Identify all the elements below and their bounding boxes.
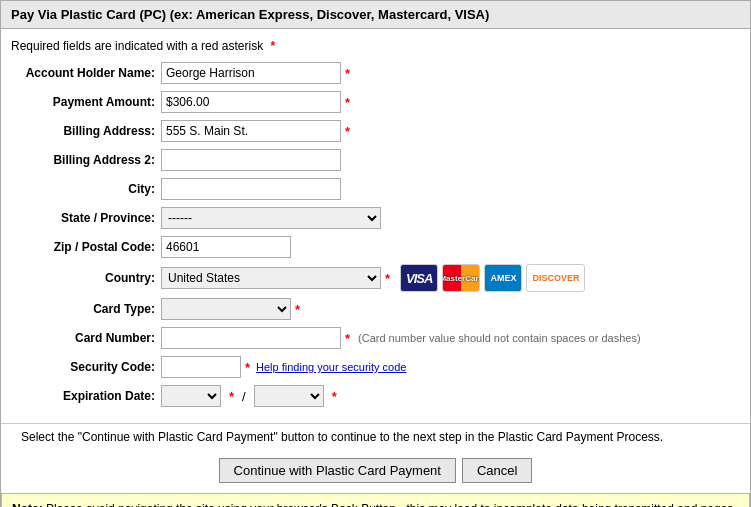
expiration-date-label: Expiration Date: bbox=[11, 389, 161, 403]
zip-input-group bbox=[161, 236, 740, 258]
card-number-input-group: * (Card number value should not contain … bbox=[161, 327, 740, 349]
note-text: Please avoid navigating the site using y… bbox=[12, 502, 733, 507]
account-holder-input[interactable] bbox=[161, 62, 341, 84]
billing-address2-input-group bbox=[161, 149, 740, 171]
payment-amount-label: Payment Amount: bbox=[11, 95, 161, 109]
expiration-date-input-group: 010203 040506 070809 101112 * / 20242025… bbox=[161, 385, 740, 407]
security-code-input-group: * Help finding your security code bbox=[161, 356, 740, 378]
city-input-group bbox=[161, 178, 740, 200]
card-icons-group: VISA MasterCard AMEX DISCOVER bbox=[400, 264, 585, 292]
action-area: Select the "Continue with Plastic Card P… bbox=[1, 424, 750, 493]
card-type-row: Card Type: Visa Mastercard American Expr… bbox=[11, 297, 740, 321]
country-input-group: United States Canada United Kingdom * VI… bbox=[161, 264, 740, 292]
continue-button[interactable]: Continue with Plastic Card Payment bbox=[219, 458, 456, 483]
zip-input[interactable] bbox=[161, 236, 291, 258]
country-select[interactable]: United States Canada United Kingdom bbox=[161, 267, 381, 289]
billing-address2-label: Billing Address 2: bbox=[11, 153, 161, 167]
payment-amount-row: Payment Amount: * bbox=[11, 90, 740, 114]
account-holder-input-group: * bbox=[161, 62, 740, 84]
expiration-separator: / bbox=[242, 389, 246, 404]
billing-address-required: * bbox=[345, 124, 350, 139]
card-number-hint: (Card number value should not contain sp… bbox=[358, 332, 641, 344]
card-number-label: Card Number: bbox=[11, 331, 161, 345]
state-row: State / Province: ------ Alabama Alaska … bbox=[11, 206, 740, 230]
zip-row: Zip / Postal Code: bbox=[11, 235, 740, 259]
visa-icon: VISA bbox=[400, 264, 438, 292]
card-number-row: Card Number: * (Card number value should… bbox=[11, 326, 740, 350]
amex-icon: AMEX bbox=[484, 264, 522, 292]
security-code-label: Security Code: bbox=[11, 360, 161, 374]
city-input[interactable] bbox=[161, 178, 341, 200]
city-row: City: bbox=[11, 177, 740, 201]
city-label: City: bbox=[11, 182, 161, 196]
country-row: Country: United States Canada United Kin… bbox=[11, 264, 740, 292]
state-label: State / Province: bbox=[11, 211, 161, 225]
exp-month-required: * bbox=[229, 389, 234, 404]
card-type-input-group: Visa Mastercard American Express Discove… bbox=[161, 298, 740, 320]
card-number-input[interactable] bbox=[161, 327, 341, 349]
account-holder-row: Account Holder Name: * bbox=[11, 61, 740, 85]
billing-address-row: Billing Address: * bbox=[11, 119, 740, 143]
account-holder-required: * bbox=[345, 66, 350, 81]
form-area: Required fields are indicated with a red… bbox=[1, 29, 750, 424]
security-code-input[interactable] bbox=[161, 356, 241, 378]
payment-amount-required: * bbox=[345, 95, 350, 110]
required-note: Required fields are indicated with a red… bbox=[11, 39, 740, 53]
security-code-row: Security Code: * Help finding your secur… bbox=[11, 355, 740, 379]
account-holder-label: Account Holder Name: bbox=[11, 66, 161, 80]
card-type-label: Card Type: bbox=[11, 302, 161, 316]
header-title: Pay Via Plastic Card (PC) (ex: American … bbox=[11, 7, 489, 22]
card-number-required: * bbox=[345, 331, 350, 346]
billing-address-input-group: * bbox=[161, 120, 740, 142]
security-code-required: * bbox=[245, 360, 250, 375]
zip-label: Zip / Postal Code: bbox=[11, 240, 161, 254]
expiration-year-select[interactable]: 202420252026 202720282029 2030 bbox=[254, 385, 324, 407]
note-label: Note: bbox=[12, 502, 43, 507]
cancel-button[interactable]: Cancel bbox=[462, 458, 532, 483]
billing-address2-row: Billing Address 2: bbox=[11, 148, 740, 172]
billing-address-label: Billing Address: bbox=[11, 124, 161, 138]
payment-amount-input[interactable] bbox=[161, 91, 341, 113]
state-select[interactable]: ------ Alabama Alaska Arizona Indiana bbox=[161, 207, 381, 229]
expiration-month-select[interactable]: 010203 040506 070809 101112 bbox=[161, 385, 221, 407]
expiration-selects: 010203 040506 070809 101112 * / 20242025… bbox=[161, 385, 337, 407]
action-instruction: Select the "Continue with Plastic Card P… bbox=[11, 430, 740, 444]
country-label: Country: bbox=[11, 271, 161, 285]
note-area: Note: Please avoid navigating the site u… bbox=[1, 493, 750, 507]
card-type-required: * bbox=[295, 302, 300, 317]
country-required: * bbox=[385, 271, 390, 286]
mastercard-icon: MasterCard bbox=[442, 264, 480, 292]
form-header: Pay Via Plastic Card (PC) (ex: American … bbox=[1, 1, 750, 29]
card-type-select[interactable]: Visa Mastercard American Express Discove… bbox=[161, 298, 291, 320]
buttons-row: Continue with Plastic Card Payment Cance… bbox=[11, 452, 740, 493]
exp-year-required: * bbox=[332, 389, 337, 404]
security-code-help-link[interactable]: Help finding your security code bbox=[256, 361, 406, 373]
billing-address-input[interactable] bbox=[161, 120, 341, 142]
expiration-date-row: Expiration Date: 010203 040506 070809 10… bbox=[11, 384, 740, 408]
payment-amount-input-group: * bbox=[161, 91, 740, 113]
discover-icon: DISCOVER bbox=[526, 264, 585, 292]
state-input-group: ------ Alabama Alaska Arizona Indiana bbox=[161, 207, 740, 229]
billing-address2-input[interactable] bbox=[161, 149, 341, 171]
